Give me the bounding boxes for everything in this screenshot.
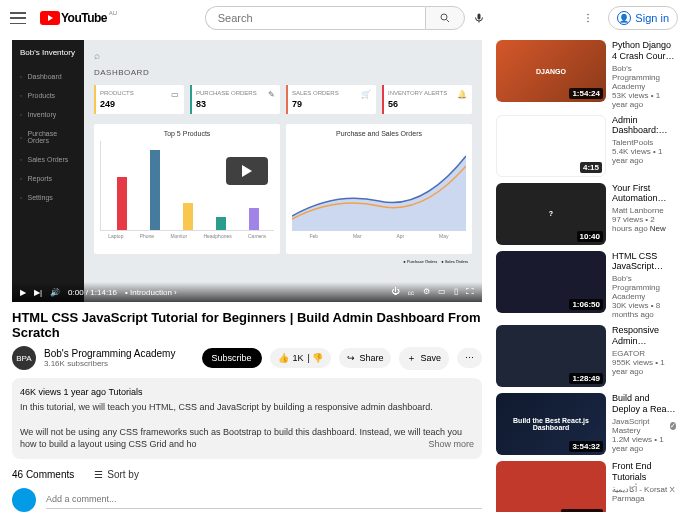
line-chart: Purchase and Sales Orders FebMarAprMay ●… bbox=[286, 124, 472, 254]
rec-channel[interactable]: JavaScript Mastery bbox=[612, 417, 676, 435]
video-thumbnail[interactable]: Build the Best React.js Dashboard3:54:32 bbox=[496, 393, 606, 455]
rec-channel[interactable]: Bob's Programming Academy bbox=[612, 64, 676, 91]
video-title: HTML CSS JavaScript Tutorial for Beginne… bbox=[12, 310, 482, 340]
search-input[interactable] bbox=[205, 6, 425, 30]
video-thumbnail[interactable]: ?10:40 bbox=[496, 183, 606, 245]
svg-point-4 bbox=[588, 17, 590, 19]
video-thumbnail[interactable]: 27 videos bbox=[496, 461, 606, 512]
rec-channel[interactable]: TalentPools bbox=[612, 138, 676, 147]
recommendation-item[interactable]: 1:06:50 HTML CSS JavaScript Tutorial for… bbox=[496, 251, 676, 320]
dashboard-body: DASHBOARD PRODUCTS249▭ PURCHASE ORDERS83… bbox=[84, 40, 482, 282]
show-more-button[interactable]: Show more bbox=[428, 438, 474, 451]
like-button[interactable]: 👍 1K | 👎 bbox=[270, 348, 332, 368]
volume-icon[interactable]: 🔊 bbox=[50, 288, 60, 297]
recommendations-list: DJANGO1:54:24 Python Django 4 Crash Cour… bbox=[496, 40, 676, 512]
signin-label: Sign in bbox=[635, 12, 669, 24]
rec-channel[interactable]: EGATOR bbox=[612, 349, 676, 358]
svg-line-1 bbox=[446, 20, 449, 23]
svg-point-3 bbox=[588, 14, 590, 16]
video-thumbnail[interactable]: 4:15 bbox=[496, 115, 606, 177]
svg-rect-2 bbox=[477, 14, 480, 20]
country-code: AU bbox=[109, 10, 117, 16]
theater-icon[interactable]: ▯ bbox=[454, 287, 458, 298]
recommendation-item[interactable]: Build the Best React.js Dashboard3:54:32… bbox=[496, 393, 676, 455]
channel-name[interactable]: Bob's Programming Academy bbox=[44, 348, 194, 359]
voice-search-icon[interactable] bbox=[473, 12, 485, 24]
rec-channel[interactable]: أكاديمية - Korsat X Parmaga bbox=[612, 485, 676, 503]
comment-input[interactable] bbox=[46, 490, 482, 509]
rec-title: Admin Dashboard: Jobs, Invoices, Transac… bbox=[612, 115, 676, 137]
video-player[interactable]: Bob's Inventory Dashboard Products Inven… bbox=[12, 40, 482, 302]
guide-menu-button[interactable] bbox=[10, 12, 26, 24]
subscribe-button[interactable]: Subscribe bbox=[202, 348, 262, 368]
recommendation-item[interactable]: ?10:40 Your First Automation Product's (… bbox=[496, 183, 676, 245]
play-button[interactable] bbox=[226, 157, 268, 185]
settings-icon[interactable]: ⚙ bbox=[423, 287, 430, 298]
svg-point-0 bbox=[441, 14, 447, 20]
dash-search-icon bbox=[94, 48, 472, 60]
rec-title: Front End Tutorials bbox=[612, 461, 676, 483]
rec-channel[interactable]: Bob's Programming Academy bbox=[612, 274, 676, 301]
bar-chart: Top 5 Products LaptopPhoneMonitorHeadpho… bbox=[94, 124, 280, 254]
recommendation-item[interactable]: 27 videos Front End Tutorials أكاديمية -… bbox=[496, 461, 676, 512]
signin-button[interactable]: 👤 Sign in bbox=[608, 6, 678, 30]
user-avatar bbox=[12, 488, 36, 512]
miniplayer-icon[interactable]: ▭ bbox=[438, 287, 446, 298]
search-button[interactable] bbox=[425, 6, 465, 30]
rec-title: Your First Automation Product's (What Wo… bbox=[612, 183, 676, 205]
rec-title: Python Django 4 Crash Course For Beginne… bbox=[612, 40, 676, 62]
video-thumbnail[interactable]: 1:28:49 bbox=[496, 325, 606, 387]
video-thumbnail[interactable]: DJANGO1:54:24 bbox=[496, 40, 606, 102]
recommendation-item[interactable]: 1:28:49 Responsive Admin Dashboard Using… bbox=[496, 325, 676, 387]
sort-button[interactable]: ☰ Sort by bbox=[94, 469, 139, 480]
rec-channel[interactable]: Matt Lanborne bbox=[612, 206, 676, 215]
description-box[interactable]: 46K views 1 year ago Tutorials In this t… bbox=[12, 378, 482, 459]
youtube-logo[interactable]: YouTube AU bbox=[40, 11, 107, 25]
play-icon[interactable]: ▶ bbox=[20, 288, 26, 297]
subscriber-count: 3.16K subscribers bbox=[44, 359, 194, 368]
save-button[interactable]: ＋ Save bbox=[399, 347, 449, 370]
youtube-icon bbox=[40, 11, 60, 25]
logo-text: YouTube bbox=[61, 11, 107, 25]
recommendation-item[interactable]: DJANGO1:54:24 Python Django 4 Crash Cour… bbox=[496, 40, 676, 109]
rec-title: Responsive Admin Dashboard Using HTML CS… bbox=[612, 325, 676, 347]
share-button[interactable]: ↪ Share bbox=[339, 348, 391, 368]
time-display: 0:00 / 1:14:16 bbox=[68, 288, 117, 297]
search-icon bbox=[439, 12, 451, 24]
settings-menu-icon[interactable] bbox=[582, 12, 594, 24]
video-thumbnail[interactable]: 1:06:50 bbox=[496, 251, 606, 313]
captions-icon[interactable]: ㏄ bbox=[407, 287, 415, 298]
autoplay-toggle[interactable]: ⏻ bbox=[391, 287, 399, 298]
more-actions-button[interactable]: ⋯ bbox=[457, 348, 482, 368]
app-sidebar: Bob's Inventory Dashboard Products Inven… bbox=[12, 40, 84, 302]
svg-point-5 bbox=[588, 21, 590, 23]
comments-count: 46 Comments bbox=[12, 469, 74, 480]
rec-title: Build and Deploy a React Admin Dashboard… bbox=[612, 393, 676, 415]
rec-title: HTML CSS JavaScript Tutorial for Beginne… bbox=[612, 251, 676, 273]
view-count: 46K views 1 year ago Tutorials bbox=[20, 387, 143, 397]
channel-avatar[interactable]: BPA bbox=[12, 346, 36, 370]
recommendation-item[interactable]: 4:15 Admin Dashboard: Jobs, Invoices, Tr… bbox=[496, 115, 676, 177]
signin-avatar-icon: 👤 bbox=[617, 11, 631, 25]
fullscreen-icon[interactable]: ⛶ bbox=[466, 287, 474, 298]
next-icon[interactable]: ▶| bbox=[34, 288, 42, 297]
